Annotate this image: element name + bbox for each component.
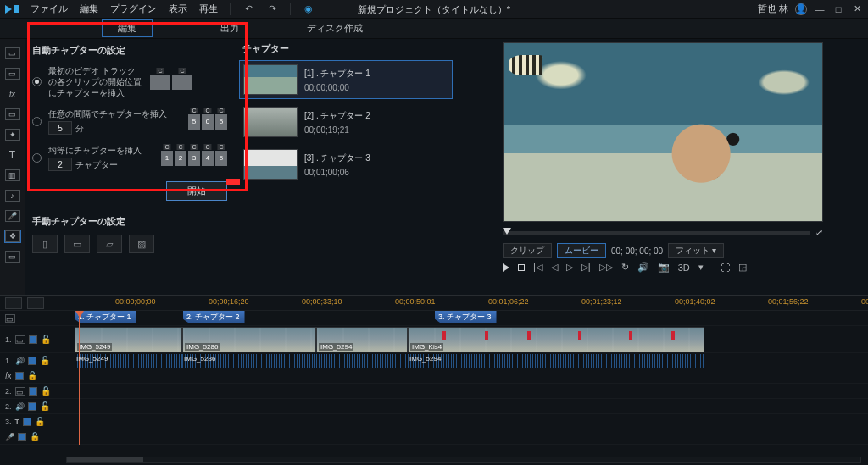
threeD-drop-icon[interactable]: ▾ [698,262,704,273]
menu-edit[interactable]: 編集 [80,3,98,15]
room-pip-icon[interactable]: ▭ [5,108,20,120]
video2-lock-icon[interactable]: 🔓 [41,386,51,396]
interval-unit: 分 [75,123,84,134]
fx-lock-icon[interactable]: 🔓 [27,371,37,380]
title3-lock-icon[interactable]: 🔓 [35,417,45,426]
audio2-lock-icon[interactable]: 🔓 [40,401,50,411]
scrub-bar[interactable] [503,231,810,235]
audio2-visible[interactable] [28,402,36,411]
radio-evenly[interactable] [32,153,42,163]
room-particle-icon[interactable]: ✦ [5,129,20,141]
room-effect-icon[interactable]: ▭ [5,68,20,80]
room-transition-icon[interactable]: ▥ [5,169,20,181]
title3-icon[interactable]: T [15,418,20,426]
stop-icon[interactable] [518,264,525,271]
room-media-icon[interactable]: ▭ [5,47,20,59]
threeD-toggle[interactable]: 3D [678,263,690,273]
voice3-visible[interactable] [18,433,26,441]
radio-clip-start[interactable] [32,77,42,86]
video2-icon[interactable]: ▭ [15,387,25,396]
popout-icon[interactable]: ◲ [738,262,747,273]
radio-interval[interactable] [32,117,42,126]
manual-image-icon[interactable]: ▨ [129,235,154,253]
tab-output[interactable]: 出力 [220,22,239,35]
preview-video[interactable] [503,42,823,222]
close-icon[interactable]: ✕ [851,3,863,15]
tab-edit[interactable]: 編集 [102,19,153,37]
step-fwd-icon[interactable]: ▷ [566,262,573,273]
manual-add-icon[interactable]: ▯ [32,235,58,253]
redo-icon[interactable]: ↷ [266,3,278,15]
fit-dropdown[interactable]: フィット ▾ [668,243,724,258]
title3-visible[interactable] [23,418,31,426]
room-subtitle-icon[interactable]: ▭ [5,251,20,263]
voice3-icon[interactable]: 🎤 [5,433,14,441]
manual-thumb-icon[interactable]: ▱ [97,235,122,253]
wave-4[interactable]: IMG_5294 [408,354,704,368]
room-fx-icon[interactable]: fx [5,88,20,100]
chapter-thumb-2 [243,107,298,137]
mark-3[interactable]: 3. チャプター 3 [435,311,497,323]
menu-play[interactable]: 再生 [199,3,218,15]
next-icon[interactable]: ▷| [581,262,591,273]
manual-remove-icon[interactable]: ▭ [64,235,90,253]
interval-value-input[interactable] [48,121,72,135]
mode-tabs: 編集 出力 ディスク作成 [0,19,868,39]
audio2-icon[interactable]: 🔊 [15,402,25,411]
wave-3[interactable] [316,354,408,368]
cloud-icon[interactable]: ◉ [303,3,314,15]
maximize-icon[interactable]: □ [832,3,844,15]
room-title-icon[interactable]: T [5,149,20,161]
mode-movie[interactable]: ムービー [557,243,606,258]
chapter-track-icon[interactable]: ▭ [5,314,15,323]
start-button[interactable]: 開始 [166,181,227,201]
wave-2[interactable]: IMG_5286 [182,354,316,368]
chapter-item-3[interactable]: [3] . チャプター 3 00;01;00;06 [239,145,453,184]
clip-1[interactable]: IMG_5249 [75,327,182,352]
play-icon[interactable] [503,263,509,272]
room-voice-icon[interactable]: 🎤 [5,210,20,222]
snapshot-icon[interactable]: 📷 [658,262,670,273]
video1-lock-icon[interactable]: 🔓 [41,335,51,344]
audio1-visible[interactable] [28,357,36,365]
audio1-icon[interactable]: 🔊 [15,357,25,365]
prev-icon[interactable]: |◁ [533,262,542,273]
minimize-icon[interactable]: — [814,3,826,15]
undo-icon[interactable]: ↶ [242,3,254,15]
fast-fwd-icon[interactable]: ▷▷ [599,262,613,273]
tl-tool-1[interactable] [5,297,22,309]
voice3-lock-icon[interactable]: 🔓 [30,432,40,441]
room-chapter-icon[interactable]: ❖ [5,230,20,242]
chapter-item-2[interactable]: [2] . チャプター 2 00;00;19;21 [239,102,453,141]
volume-icon[interactable]: 🔊 [637,262,649,273]
video1-visible[interactable] [29,335,37,344]
chapter-item-1[interactable]: [1] . チャプター 1 00;00;00;00 [239,60,453,99]
fx-visible[interactable] [15,372,24,380]
mark-2[interactable]: 2. チャプター 2 [183,311,245,323]
clip-2[interactable]: IMG_5286 [182,327,316,352]
tab-disc[interactable]: ディスク作成 [307,22,363,35]
video1-icon[interactable]: ▭ [15,335,25,344]
opt1-preview [150,75,192,90]
audio1-lock-icon[interactable]: 🔓 [40,356,50,365]
menu-file[interactable]: ファイル [31,3,68,15]
fx-track-icon[interactable]: fx [5,371,12,380]
evenly-value-input[interactable] [48,158,72,171]
avatar-icon[interactable]: 👤 [795,3,807,15]
menu-plugin[interactable]: プラグイン [110,3,157,15]
loop-icon[interactable]: ↻ [621,262,629,273]
room-audio-icon[interactable]: ♪ [5,190,20,202]
step-back-icon[interactable]: ◁ [551,262,558,273]
video2-visible[interactable] [29,387,37,396]
tl-tool-2[interactable] [27,297,44,309]
timeline-scrollbar[interactable] [66,457,861,463]
expand-icon[interactable]: ⤢ [815,227,823,238]
mode-clip[interactable]: クリップ [503,243,552,258]
manual-chapter-title: 手動チャプターの設定 [32,215,227,228]
wave-1[interactable]: IMG_5249 [75,354,182,368]
clip-3[interactable]: IMG_5294 [316,327,408,352]
opt3-preview: 12345 [161,151,227,166]
menu-view[interactable]: 表示 [169,3,187,15]
fullscreen-icon[interactable]: ⛶ [721,263,730,273]
clip-4[interactable]: IMG_Kis4 [408,327,704,352]
